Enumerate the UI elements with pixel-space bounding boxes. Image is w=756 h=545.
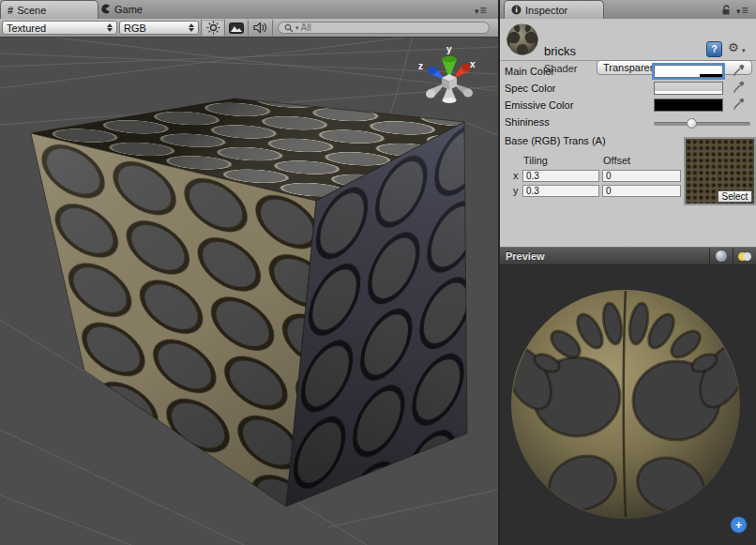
offset-x-input[interactable]: 0 bbox=[602, 170, 681, 182]
tiling-x-input[interactable]: 0.3 bbox=[522, 170, 599, 182]
main-color-eyedropper-icon[interactable] bbox=[732, 64, 745, 77]
preview-lighting-button[interactable] bbox=[733, 248, 756, 265]
tiling-header: Tiling bbox=[523, 155, 548, 166]
image-icon bbox=[229, 23, 244, 34]
tiling-y-input[interactable]: 0.3 bbox=[522, 185, 599, 197]
gizmo-z-label: z bbox=[418, 61, 423, 71]
select-texture-button[interactable]: Select bbox=[718, 190, 752, 203]
search-filter-value: All bbox=[301, 23, 311, 33]
gizmo-y-label: y bbox=[446, 44, 452, 54]
emissive-color-alpha-bar bbox=[655, 108, 722, 111]
gizmo-x-label: x bbox=[470, 59, 476, 69]
sphere-icon bbox=[716, 250, 727, 262]
skybox-toggle-button[interactable] bbox=[225, 20, 249, 36]
spec-color-alpha-bar bbox=[655, 91, 722, 94]
audio-toggle-button[interactable] bbox=[249, 20, 272, 36]
stepper-arrows-icon bbox=[101, 23, 113, 32]
tab-inspector-label: Inspector bbox=[525, 5, 567, 16]
menu-lines-icon: ≡ bbox=[480, 4, 488, 17]
menu-lines-icon: ≡ bbox=[742, 4, 749, 17]
preview-title: Preview bbox=[500, 250, 545, 262]
offset-y-input[interactable]: 0 bbox=[602, 185, 681, 197]
scene-tabstrip: # Scene Game ▾≡ bbox=[0, 0, 498, 20]
emissive-color-label: Emissive Color bbox=[505, 99, 573, 111]
gear-icon[interactable]: ⚙ bbox=[728, 40, 739, 54]
emissive-color-swatch[interactable] bbox=[654, 98, 723, 112]
tiling-x-axis-label: x bbox=[513, 170, 519, 181]
tiling-y-axis-label: y bbox=[513, 185, 519, 196]
render-mode-value: Textured bbox=[7, 23, 46, 34]
render-mode-dropdown[interactable]: Textured bbox=[2, 21, 117, 35]
shininess-slider-thumb[interactable] bbox=[687, 118, 697, 129]
preview-header[interactable]: Preview bbox=[500, 247, 756, 265]
spec-color-label: Spec Color bbox=[505, 83, 555, 94]
plus-icon: + bbox=[735, 519, 742, 532]
scene-viewport[interactable]: y x z bbox=[0, 38, 498, 545]
material-name: bricks bbox=[544, 44, 576, 58]
preview-panel: Preview bbox=[500, 247, 756, 545]
tab-scene-label: Scene bbox=[17, 5, 46, 16]
scene-grid-icon: # bbox=[8, 5, 13, 16]
speaker-icon bbox=[253, 22, 267, 34]
tab-scene[interactable]: # Scene bbox=[0, 0, 98, 19]
search-icon bbox=[284, 23, 294, 33]
tab-game-label: Game bbox=[114, 4, 143, 15]
main-color-swatch[interactable] bbox=[654, 65, 723, 78]
preview-sphere-render bbox=[500, 265, 756, 545]
shininess-slider-track[interactable] bbox=[654, 122, 750, 126]
search-filter-caret-icon: ▾ bbox=[295, 24, 299, 32]
spec-color-swatch[interactable] bbox=[654, 82, 723, 95]
inspector-tabstrip: i Inspector ▾≡ bbox=[500, 0, 756, 20]
main-color-alpha-bar bbox=[655, 74, 722, 77]
stepper-arrows-icon bbox=[183, 23, 194, 32]
scene-panel-menu[interactable]: ▾≡ bbox=[475, 4, 488, 17]
lock-icon[interactable] bbox=[721, 5, 733, 15]
preview-mesh-button[interactable] bbox=[709, 248, 733, 265]
light-white-icon bbox=[743, 252, 751, 261]
main-color-label: Main Color bbox=[505, 66, 554, 77]
scene-toggle-group bbox=[201, 20, 273, 36]
unity-editor-window: # Scene Game ▾≡ Textured RGB bbox=[0, 0, 756, 545]
info-icon: i bbox=[511, 5, 522, 15]
gear-caret-icon: ▾ bbox=[742, 47, 746, 54]
color-mode-dropdown[interactable]: RGB bbox=[119, 21, 199, 35]
inspector-panel-menu[interactable]: ▾≡ bbox=[736, 4, 749, 17]
material-ball-icon bbox=[504, 21, 541, 58]
base-map-label: Base (RGB) Trans (A) bbox=[505, 135, 606, 146]
tab-inspector[interactable]: i Inspector bbox=[504, 0, 604, 19]
offset-header: Offset bbox=[603, 155, 630, 166]
emissive-color-eyedropper-icon[interactable] bbox=[732, 98, 745, 111]
scene-toolbar: Textured RGB bbox=[0, 19, 498, 38]
color-mode-value: RGB bbox=[124, 23, 146, 34]
shininess-label: Shininess bbox=[505, 116, 550, 128]
inspector-panel: i Inspector ▾≡ bbox=[500, 0, 756, 247]
lighting-toggle-button[interactable] bbox=[202, 20, 225, 36]
help-icon[interactable]: ? bbox=[706, 41, 722, 57]
preview-canvas[interactable]: + bbox=[500, 265, 756, 545]
scene-search-field[interactable]: ▾ All bbox=[278, 22, 490, 34]
preview-zoom-button[interactable]: + bbox=[730, 516, 748, 534]
sun-icon bbox=[206, 21, 220, 35]
spec-color-eyedropper-icon[interactable] bbox=[732, 81, 745, 94]
tab-game[interactable]: Game bbox=[94, 0, 175, 18]
game-icon bbox=[100, 4, 111, 14]
material-header: bricks Shader Transparent/VertexLit ▼ ? … bbox=[500, 19, 756, 61]
